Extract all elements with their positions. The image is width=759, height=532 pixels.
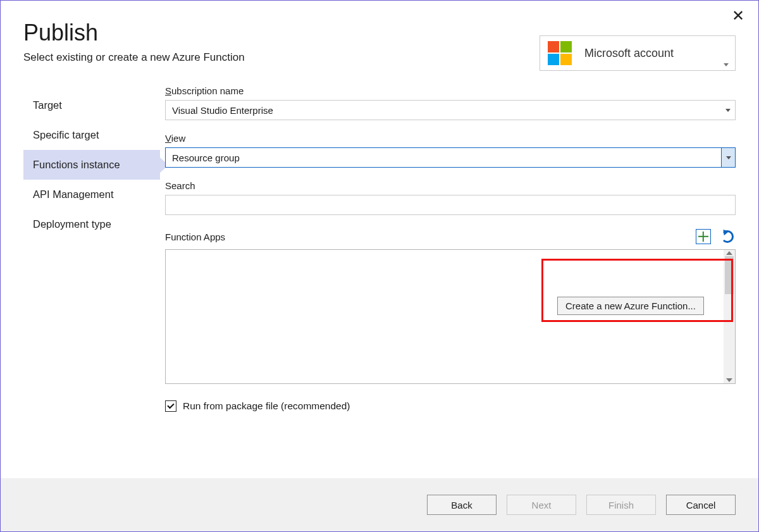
scroll-up-icon[interactable] [726, 251, 732, 255]
scrollbar[interactable] [724, 250, 735, 383]
step-functions-instance[interactable]: Functions instance [23, 150, 160, 180]
account-label: Microsoft account [584, 47, 674, 60]
view-dropdown[interactable]: Resource group [165, 147, 736, 168]
view-value: Resource group [172, 152, 240, 163]
create-function-tooltip: Create a new Azure Function... [557, 297, 704, 315]
subscription-dropdown[interactable]: Visual Studio Enterprise [165, 100, 736, 120]
chevron-down-icon [726, 156, 731, 159]
chevron-down-icon [725, 109, 731, 112]
cancel-button[interactable]: Cancel [666, 495, 736, 515]
check-icon [167, 402, 174, 409]
account-dropdown[interactable]: Microsoft account [540, 35, 736, 71]
finish-button: Finish [586, 495, 656, 515]
close-icon[interactable]: ✕ [732, 8, 744, 23]
step-target[interactable]: Target [23, 90, 160, 120]
view-label: View [165, 133, 736, 144]
dialog-footer: Back Next Finish Cancel [1, 478, 758, 531]
create-new-function-button[interactable] [695, 228, 712, 245]
scroll-thumb[interactable] [725, 256, 734, 294]
run-from-package-label: Run from package file (recommended) [183, 400, 350, 412]
refresh-button[interactable] [719, 228, 736, 245]
refresh-icon [721, 230, 734, 243]
step-specific-target[interactable]: Specific target [23, 120, 160, 150]
search-label: Search [165, 180, 736, 191]
back-button[interactable]: Back [427, 495, 497, 515]
wizard-steps: Target Specific target Functions instanc… [1, 83, 160, 478]
step-deployment-type[interactable]: Deployment type [23, 209, 160, 239]
function-apps-list[interactable] [165, 249, 736, 384]
scroll-down-icon[interactable] [726, 378, 732, 382]
microsoft-logo-icon [548, 41, 572, 65]
run-from-package-checkbox[interactable] [165, 400, 176, 412]
search-input[interactable] [165, 195, 736, 215]
chevron-down-icon [724, 63, 729, 66]
next-button: Next [507, 495, 576, 515]
subscription-value: Visual Studio Enterprise [172, 105, 273, 116]
subscription-label: Subscription name [165, 85, 736, 96]
step-api-management[interactable]: API Management [23, 180, 160, 209]
publish-dialog: ✕ Microsoft account Publish Select exist… [0, 0, 759, 532]
run-from-package-row[interactable]: Run from package file (recommended) [165, 400, 736, 412]
function-apps-label: Function Apps [165, 232, 225, 242]
plus-icon [696, 229, 711, 244]
